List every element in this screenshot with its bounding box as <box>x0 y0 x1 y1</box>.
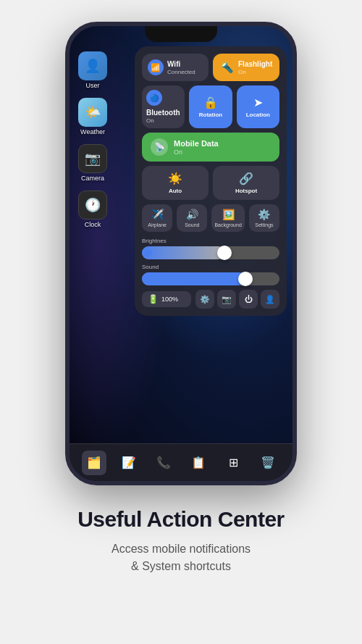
profile-btn[interactable]: 👤 <box>261 290 279 309</box>
location-tile[interactable]: ➤ Location <box>237 85 279 128</box>
flashlight-header: 🔦 Flashlight On <box>219 59 274 75</box>
settings-label: Settings <box>255 222 273 227</box>
bluetooth-header: 🔵 <box>146 90 180 106</box>
bluetooth-tile[interactable]: 🔵 Bluetooth On <box>142 85 185 128</box>
app-user[interactable]: 👤 User <box>78 51 107 89</box>
sound-label: Sound <box>185 222 199 227</box>
mobile-data-icon: 📡 <box>151 138 168 156</box>
sound-thumb[interactable] <box>238 272 253 286</box>
app-weather[interactable]: 🌤️ Weather <box>78 98 107 135</box>
page-title: Useful Action Center <box>77 507 285 532</box>
flashlight-tile[interactable]: 🔦 Flashlight On <box>213 54 279 81</box>
flashlight-icon: 🔦 <box>219 59 235 75</box>
sound-slider-row: Sound <box>142 264 279 285</box>
rotation-icon: 🔒 <box>203 96 218 109</box>
sound-track[interactable] <box>142 272 279 285</box>
app-icons-list: 👤 User 🌤️ Weather 📷 Camera 🕐 Clock <box>78 51 107 228</box>
bluetooth-status: On <box>146 117 180 124</box>
mobile-data-info: Mobile Data On <box>174 139 219 156</box>
brightness-slider-row: Brightnes <box>142 238 279 259</box>
mobile-data-status: On <box>174 149 219 156</box>
power-btn[interactable]: ⏻ <box>239 290 258 309</box>
app-camera[interactable]: 📷 Camera <box>78 144 107 182</box>
location-icon: ➤ <box>253 96 263 109</box>
camera-app-icon: 📷 <box>78 144 107 173</box>
battery-indicator: 🔋 100% <box>142 291 191 307</box>
dock-phone[interactable]: 📞 <box>151 451 176 475</box>
user-app-icon: 👤 <box>78 51 107 80</box>
location-name: Location <box>246 112 270 118</box>
cc-row-1: 📶 Wifi Connected 🔦 Flashlight On <box>142 54 279 81</box>
background-label: Background <box>214 222 241 227</box>
auto-name: Auto <box>169 188 182 194</box>
hotspot-tile[interactable]: 🔗 Hotspot <box>213 166 279 200</box>
rotation-name: Rotation <box>199 112 222 118</box>
hotspot-icon: 🔗 <box>239 172 253 185</box>
brightness-thumb[interactable] <box>217 246 232 260</box>
hotspot-name: Hotspot <box>235 188 257 194</box>
auto-tile[interactable]: ☀️ Auto <box>142 166 209 200</box>
dock-notes[interactable]: 📋 <box>186 451 211 475</box>
sound-fill <box>142 272 245 285</box>
background-btn[interactable]: 🖼️ Background <box>211 204 244 232</box>
brightness-fill <box>142 246 224 259</box>
airplane-icon: ✈️ <box>151 209 164 220</box>
cc-row-5: ✈️ Airplane 🔊 Sound 🖼️ Background ⚙️ Set… <box>142 204 279 232</box>
battery-percent: 100% <box>161 296 178 303</box>
cc-row-2: 🔵 Bluetooth On 🔒 Rotation ➤ Location <box>142 85 279 128</box>
sound-icon: 🔊 <box>186 209 198 220</box>
dock-switch[interactable]: ⊞ <box>221 451 245 475</box>
settings-btn[interactable]: ⚙️ Settings <box>249 204 279 232</box>
text-section: Useful Action Center Access mobile notif… <box>49 507 313 604</box>
dock-font[interactable]: 📝 <box>117 451 141 475</box>
weather-app-label: Weather <box>80 128 105 135</box>
bluetooth-name: Bluetooth <box>146 109 180 117</box>
status-icon-group: ⚙️ 📷 ⏻ 👤 <box>195 290 279 309</box>
app-clock[interactable]: 🕐 Clock <box>78 191 107 228</box>
brightness-dot <box>145 249 152 256</box>
camera-status-btn[interactable]: 📷 <box>217 290 236 309</box>
phone-notch <box>145 26 217 42</box>
flashlight-info: Flashlight On <box>238 60 272 75</box>
dock-finder[interactable]: 🗂️ <box>82 451 106 475</box>
user-app-label: User <box>85 82 99 89</box>
bluetooth-label-group: Bluetooth On <box>146 109 180 124</box>
wifi-tile[interactable]: 📶 Wifi Connected <box>142 54 209 81</box>
airplane-btn[interactable]: ✈️ Airplane <box>142 204 172 232</box>
control-center-panel: 📶 Wifi Connected 🔦 Flashlight On <box>135 46 287 316</box>
brightness-track[interactable] <box>142 246 279 259</box>
wifi-icon: 📶 <box>148 59 164 75</box>
sound-dot <box>145 275 152 283</box>
sound-slider-label: Sound <box>142 264 279 270</box>
gear-status-btn[interactable]: ⚙️ <box>195 290 214 309</box>
clock-app-label: Clock <box>85 221 101 228</box>
phone-wrapper: 👤 User 🌤️ Weather 📷 Camera 🕐 Clock <box>65 22 297 485</box>
bluetooth-icon: 🔵 <box>146 90 162 106</box>
background-icon: 🖼️ <box>222 209 235 220</box>
dock-trash[interactable]: 🗑️ <box>256 451 280 475</box>
flashlight-name: Flashlight <box>238 60 272 68</box>
battery-icon: 🔋 <box>148 294 159 304</box>
airplane-label: Airplane <box>148 222 167 227</box>
wifi-name: Wifi <box>167 60 195 68</box>
mobile-data-name: Mobile Data <box>174 139 219 148</box>
weather-app-icon: 🌤️ <box>78 98 107 127</box>
auto-icon: ☀️ <box>168 172 182 185</box>
cc-status-bar: 🔋 100% ⚙️ 📷 ⏻ 👤 <box>142 290 279 309</box>
phone-frame: 👤 User 🌤️ Weather 📷 Camera 🕐 Clock <box>65 22 297 485</box>
brightness-label: Brightnes <box>142 238 279 244</box>
camera-app-label: Camera <box>81 175 104 182</box>
flashlight-status: On <box>238 69 272 75</box>
cc-row-4: ☀️ Auto 🔗 Hotspot <box>142 166 279 200</box>
page-subtitle: Access mobile notifications& System shor… <box>77 540 285 575</box>
settings-icon: ⚙️ <box>258 209 270 220</box>
mobile-data-tile[interactable]: 📡 Mobile Data On <box>142 133 279 162</box>
wifi-info: Wifi Connected <box>167 60 195 75</box>
phone-dock: 🗂️ 📝 📞 📋 ⊞ 🗑️ <box>70 443 292 481</box>
sound-btn[interactable]: 🔊 Sound <box>177 204 207 232</box>
clock-app-icon: 🕐 <box>78 191 107 219</box>
wifi-tile-header: 📶 Wifi Connected <box>148 59 203 75</box>
rotation-tile[interactable]: 🔒 Rotation <box>189 85 232 128</box>
wifi-status: Connected <box>167 69 195 75</box>
